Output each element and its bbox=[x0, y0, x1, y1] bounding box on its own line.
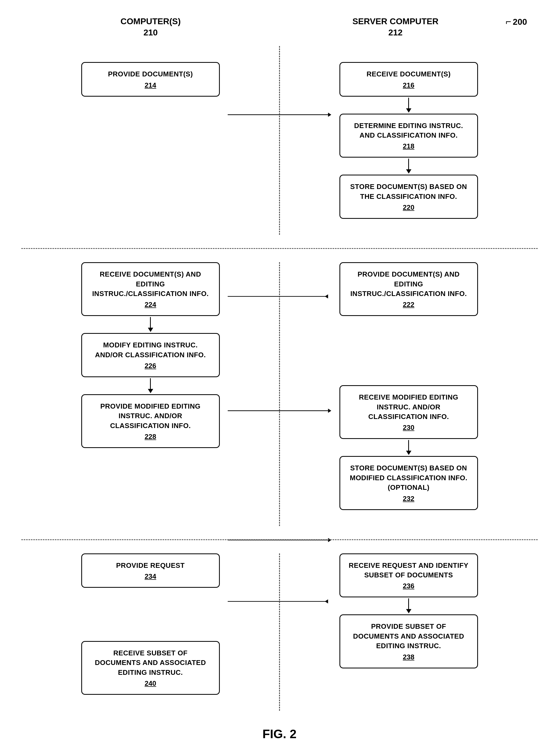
box-240-num: 240 bbox=[90, 679, 211, 688]
box-240-text: RECEIVE SUBSET OF DOCUMENTS AND ASSOCIAT… bbox=[95, 649, 206, 677]
box-224-num: 224 bbox=[90, 301, 211, 309]
box-236: RECEIVE REQUEST AND IDENTIFY SUBSET OF D… bbox=[339, 553, 478, 598]
section-3: PROVIDE REQUEST 234 RECEIVE SUBSET OF DO… bbox=[21, 553, 538, 711]
box-234: PROVIDE REQUEST 234 bbox=[81, 553, 220, 588]
arrow-216-218 bbox=[406, 98, 411, 113]
box-240: RECEIVE SUBSET OF DOCUMENTS AND ASSOCIAT… bbox=[81, 641, 220, 695]
diagram-container: 200 COMPUTER(S) 210 SERVER COMPUTER 212 … bbox=[0, 0, 559, 756]
right-col-refnum: 212 bbox=[353, 27, 439, 38]
fig-label-text: FIG. 2 bbox=[263, 727, 296, 741]
box-230-text: RECEIVE MODIFIED EDITING INSTRUC. AND/OR… bbox=[359, 393, 458, 421]
box-234-num: 234 bbox=[90, 572, 211, 581]
fig-label: FIG. 2 bbox=[21, 727, 538, 741]
arrow-226-228 bbox=[148, 378, 153, 393]
box-238-text: PROVIDE SUBSET OF DOCUMENTS AND ASSOCIAT… bbox=[353, 622, 464, 650]
box-230: RECEIVE MODIFIED EDITING INSTRUC. AND/OR… bbox=[339, 385, 478, 439]
box-220: STORE DOCUMENT(S) BASED ON THE CLASSIFIC… bbox=[339, 174, 478, 219]
box-216: RECEIVE DOCUMENT(S) 216 bbox=[339, 62, 478, 96]
box-220-text: STORE DOCUMENT(S) BASED ON THE CLASSIFIC… bbox=[350, 183, 467, 200]
box-216-num: 216 bbox=[348, 81, 469, 90]
arrow-218-220 bbox=[406, 159, 411, 173]
right-column-header: SERVER COMPUTER 212 bbox=[353, 16, 439, 38]
box-230-num: 230 bbox=[348, 424, 469, 432]
arrow-230-232 bbox=[406, 440, 411, 455]
box-224-text: RECEIVE DOCUMENT(S) AND EDITING INSTRUC.… bbox=[92, 270, 209, 298]
box-226-text: MODIFY EDITING INSTRUC. AND/OR CLASSIFIC… bbox=[95, 341, 206, 359]
box-238: PROVIDE SUBSET OF DOCUMENTS AND ASSOCIAT… bbox=[339, 614, 478, 668]
box-232-num: 232 bbox=[348, 495, 469, 503]
box-222-text: PROVIDE DOCUMENT(S) AND EDITING INSTRUC.… bbox=[350, 270, 467, 298]
box-238-num: 238 bbox=[348, 653, 469, 661]
arrow-224-226 bbox=[148, 317, 153, 332]
box-222-num: 222 bbox=[348, 301, 469, 309]
right-col-title: SERVER COMPUTER bbox=[353, 17, 439, 26]
diagram-ref-label: 200 bbox=[506, 16, 527, 27]
box-214-text: PROVIDE DOCUMENT(S) bbox=[108, 70, 193, 78]
box-232: STORE DOCUMENT(S) BASED ON MODIFIED CLAS… bbox=[339, 456, 478, 510]
box-228-num: 228 bbox=[90, 432, 211, 441]
left-column-header: COMPUTER(S) 210 bbox=[120, 16, 181, 38]
box-232-text: STORE DOCUMENT(S) BASED ON MODIFIED CLAS… bbox=[350, 464, 468, 491]
box-226-num: 226 bbox=[90, 362, 211, 370]
left-col-title: COMPUTER(S) bbox=[120, 17, 181, 26]
box-226: MODIFY EDITING INSTRUC. AND/OR CLASSIFIC… bbox=[81, 333, 220, 377]
section-1: PROVIDE DOCUMENT(S) 214 RECEIVE DOCUMENT… bbox=[21, 46, 538, 235]
svg-marker-7 bbox=[328, 538, 331, 542]
arrow-236-238 bbox=[406, 598, 411, 613]
box-236-text: RECEIVE REQUEST AND IDENTIFY SUBSET OF D… bbox=[349, 561, 468, 579]
box-218-num: 218 bbox=[348, 142, 469, 150]
main-diagram: PROVIDE DOCUMENT(S) 214 RECEIVE DOCUMENT… bbox=[21, 46, 538, 711]
box-228: PROVIDE MODIFIED EDITING INSTRUC. AND/OR… bbox=[81, 394, 220, 448]
box-236-num: 236 bbox=[348, 582, 469, 590]
left-col-section1: PROVIDE DOCUMENT(S) 214 bbox=[21, 46, 280, 128]
box-216-text: RECEIVE DOCUMENT(S) bbox=[366, 70, 451, 78]
box-214: PROVIDE DOCUMENT(S) 214 bbox=[81, 62, 220, 96]
left-col-refnum: 210 bbox=[120, 27, 181, 38]
box-220-num: 220 bbox=[348, 204, 469, 212]
section-divider-2-3 bbox=[21, 539, 538, 540]
box-224: RECEIVE DOCUMENT(S) AND EDITING INSTRUC.… bbox=[81, 262, 220, 316]
right-col-section1: RECEIVE DOCUMENT(S) 216 DETERMINE EDITIN… bbox=[280, 46, 538, 235]
box-218-text: DETERMINE EDITING INSTRUC. AND CLASSIFIC… bbox=[354, 122, 463, 139]
box-218: DETERMINE EDITING INSTRUC. AND CLASSIFIC… bbox=[339, 114, 478, 158]
section-divider-1-2 bbox=[21, 248, 538, 249]
right-col-section2: PROVIDE DOCUMENT(S) AND EDITING INSTRUC.… bbox=[280, 262, 538, 526]
section-2: RECEIVE DOCUMENT(S) AND EDITING INSTRUC.… bbox=[21, 262, 538, 526]
box-228-text: PROVIDE MODIFIED EDITING INSTRUC. AND/OR… bbox=[100, 402, 200, 430]
left-col-section3: PROVIDE REQUEST 234 RECEIVE SUBSET OF DO… bbox=[21, 553, 280, 711]
left-col-section2: RECEIVE DOCUMENT(S) AND EDITING INSTRUC.… bbox=[21, 262, 280, 464]
box-214-num: 214 bbox=[90, 81, 211, 90]
right-col-section3: RECEIVE REQUEST AND IDENTIFY SUBSET OF D… bbox=[280, 553, 538, 684]
box-222: PROVIDE DOCUMENT(S) AND EDITING INSTRUC.… bbox=[339, 262, 478, 316]
box-234-text: PROVIDE REQUEST bbox=[116, 561, 185, 569]
column-headers: COMPUTER(S) 210 SERVER COMPUTER 212 bbox=[21, 16, 538, 38]
